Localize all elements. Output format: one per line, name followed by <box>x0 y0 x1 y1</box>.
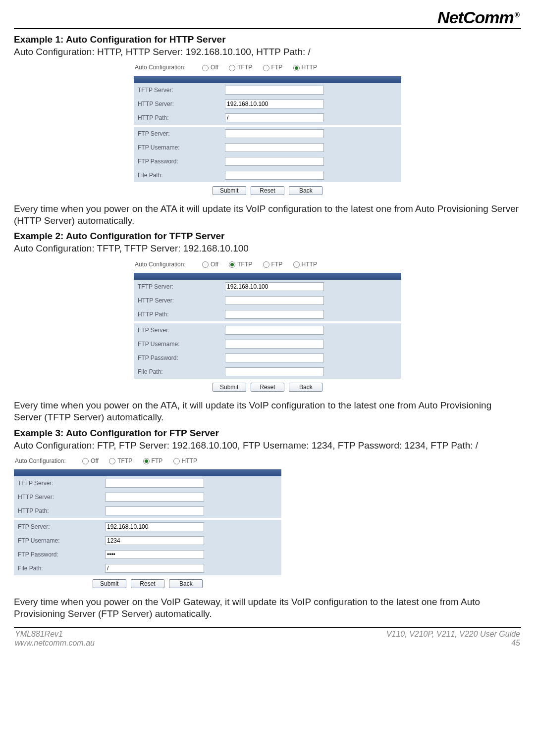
ftp-user-input[interactable] <box>225 340 324 349</box>
http-path-input[interactable] <box>225 310 324 319</box>
example1-title: Example 1: Auto Configuration for HTTP S… <box>14 34 521 45</box>
radio-off[interactable]: Off <box>202 64 218 71</box>
config-table-ftp: FTP Server: FTP Username: FTP Password: … <box>134 127 401 182</box>
ftp-user-input[interactable] <box>105 536 204 545</box>
ftp-server-label: FTP Server: <box>134 323 221 337</box>
reset-button[interactable]: Reset <box>131 579 164 588</box>
example1-subtitle: Auto Configuration: HTTP, HTTP Server: 1… <box>14 46 521 58</box>
file-path-label: File Path: <box>134 365 221 379</box>
submit-button[interactable]: Submit <box>213 383 246 392</box>
auto-config-label: Auto Configuration: <box>15 457 66 464</box>
submit-button[interactable]: Submit <box>213 186 246 195</box>
ftp-server-input[interactable] <box>225 326 324 335</box>
back-button[interactable]: Back <box>169 579 203 588</box>
tftp-server-input[interactable] <box>105 479 204 488</box>
file-path-input[interactable] <box>225 367 324 376</box>
tftp-server-label: TFTP Server: <box>134 280 221 294</box>
ftp-user-label: FTP Username: <box>134 337 221 351</box>
radio-tftp[interactable]: TFTP <box>109 457 132 464</box>
http-server-input[interactable] <box>105 493 204 502</box>
auto-config-label: Auto Configuration: <box>135 261 186 268</box>
file-path-label: File Path: <box>14 561 101 575</box>
tftp-server-input[interactable] <box>225 282 324 291</box>
tftp-server-input[interactable] <box>225 86 324 95</box>
footer-rule <box>14 627 521 628</box>
http-server-label: HTTP Server: <box>134 294 221 307</box>
radio-tftp[interactable]: TFTP <box>229 261 252 268</box>
ftp-user-label: FTP Username: <box>14 534 101 548</box>
ftp-server-label: FTP Server: <box>134 127 221 141</box>
reset-button[interactable]: Reset <box>251 186 284 195</box>
config-block-1: Auto Configuration: Off TFTP FTP HTTP TF… <box>134 62 401 196</box>
http-server-label: HTTP Server: <box>134 97 221 111</box>
section-bar <box>134 273 401 280</box>
tftp-server-label: TFTP Server: <box>134 83 221 97</box>
example3-title: Example 3: Auto Configuration for FTP Se… <box>14 428 521 439</box>
config-table: TFTP Server: HTTP Server: HTTP Path: <box>134 83 401 125</box>
ftp-pass-label: FTP Password: <box>134 154 221 168</box>
ftp-pass-input[interactable] <box>105 550 204 559</box>
auto-config-row: Auto Configuration: Off TFTP FTP HTTP <box>134 62 401 76</box>
http-path-label: HTTP Path: <box>14 504 101 518</box>
section-bar <box>134 76 401 83</box>
footer-left-2: www.netcomm.com.au <box>15 639 95 648</box>
example2-after: Every time when you power on the ATA, it… <box>14 400 521 424</box>
http-server-label: HTTP Server: <box>14 490 101 504</box>
file-path-label: File Path: <box>134 168 221 182</box>
radio-tftp[interactable]: TFTP <box>229 64 252 71</box>
radio-ftp[interactable]: FTP <box>263 261 283 268</box>
radio-ftp[interactable]: FTP <box>143 457 163 464</box>
ftp-server-input[interactable] <box>105 522 204 531</box>
file-path-input[interactable] <box>225 171 324 180</box>
logo-text: NetComm <box>437 8 514 27</box>
radio-off[interactable]: Off <box>202 261 218 268</box>
auto-config-label: Auto Configuration: <box>135 64 186 71</box>
example1-after: Every time when you power on the ATA it … <box>14 203 521 227</box>
http-server-input[interactable] <box>225 296 324 305</box>
footer-right-1: V110, V210P, V211, V220 User Guide <box>386 630 520 639</box>
file-path-input[interactable] <box>105 564 204 573</box>
radio-http[interactable]: HTTP <box>293 64 317 71</box>
ftp-pass-input[interactable] <box>225 353 324 362</box>
ftp-server-label: FTP Server: <box>14 520 101 534</box>
http-path-label: HTTP Path: <box>134 307 221 321</box>
submit-button[interactable]: Submit <box>93 579 126 588</box>
tftp-server-label: TFTP Server: <box>14 476 101 490</box>
example3-subtitle: Auto Configuration: FTP, FTP Server: 192… <box>14 440 521 452</box>
http-server-input[interactable] <box>225 100 324 108</box>
config-block-3: Auto Configuration: Off TFTP FTP HTTP TF… <box>14 455 281 589</box>
auto-config-row: Auto Configuration: Off TFTP FTP HTTP <box>134 259 401 273</box>
radio-http[interactable]: HTTP <box>293 261 317 268</box>
section-bar <box>14 469 281 476</box>
page-footer: YML881Rev1 www.netcomm.com.au V110, V210… <box>14 630 521 650</box>
header-rule <box>14 28 521 29</box>
radio-ftp[interactable]: FTP <box>263 64 283 71</box>
http-path-label: HTTP Path: <box>134 111 221 125</box>
radio-off[interactable]: Off <box>82 457 99 464</box>
example3-after: Every time when you power on the VoIP Ga… <box>14 596 521 620</box>
ftp-user-input[interactable] <box>225 143 324 152</box>
auto-config-row: Auto Configuration: Off TFTP FTP HTTP <box>14 455 281 469</box>
example2-subtitle: Auto Configuration: TFTP, TFTP Server: 1… <box>14 243 521 254</box>
ftp-server-input[interactable] <box>225 129 324 138</box>
ftp-pass-label: FTP Password: <box>14 548 101 561</box>
ftp-pass-label: FTP Password: <box>134 351 221 365</box>
footer-right-2: 45 <box>386 639 520 648</box>
footer-left-1: YML881Rev1 <box>15 630 95 639</box>
brand-logo: NetComm® <box>14 8 521 27</box>
example2-title: Example 2: Auto Configuration for TFTP S… <box>14 231 521 242</box>
http-path-input[interactable] <box>225 113 324 122</box>
ftp-pass-input[interactable] <box>225 157 324 166</box>
back-button[interactable]: Back <box>289 383 322 392</box>
radio-http[interactable]: HTTP <box>173 457 197 464</box>
logo-reg: ® <box>515 11 519 19</box>
config-block-2: Auto Configuration: Off TFTP FTP HTTP TF… <box>134 259 401 393</box>
back-button[interactable]: Back <box>289 186 322 195</box>
http-path-input[interactable] <box>105 506 204 515</box>
reset-button[interactable]: Reset <box>251 383 284 392</box>
ftp-user-label: FTP Username: <box>134 141 221 154</box>
